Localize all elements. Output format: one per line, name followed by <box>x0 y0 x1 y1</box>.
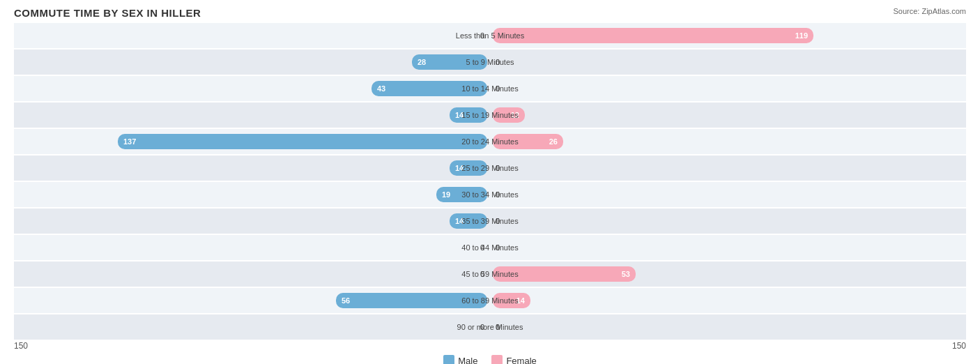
bar-male: 14 <box>450 107 487 123</box>
table-row: 4310 to 14 Minutes0 <box>14 76 966 101</box>
table-row: 1415 to 19 Minutes12 <box>14 103 966 128</box>
bar-male: 28 <box>412 54 487 70</box>
bar-female: 53 <box>493 266 636 282</box>
right-side: 0 <box>490 182 966 207</box>
bar-female-value: 12 <box>511 111 519 119</box>
bar-male-value: 14 <box>455 164 464 172</box>
chart-container: COMMUTE TIME BY SEX IN HILLER Source: Zi… <box>0 0 980 364</box>
bar-male: 19 <box>436 187 487 202</box>
table-row: 090 or more Minutes0 <box>14 314 966 340</box>
bar-female: 12 <box>493 107 525 123</box>
left-side: 14 <box>14 156 490 181</box>
legend-male-label: Male <box>458 356 477 365</box>
axis-left: 150 <box>14 341 28 351</box>
rows-area: 0Less than 5 Minutes119285 to 9 Minutes0… <box>14 23 966 340</box>
right-side: 0 <box>490 208 966 234</box>
bar-female-value: 119 <box>795 31 808 40</box>
table-row: 5660 to 89 Minutes14 <box>14 288 966 313</box>
left-side: 43 <box>14 76 490 101</box>
table-row: 040 to 44 Minutes0 <box>14 235 966 260</box>
bar-female-value: 53 <box>622 270 630 278</box>
right-side: 0 <box>490 235 966 260</box>
right-side: 0 <box>490 76 966 101</box>
bar-male-value-zero: 0 <box>480 270 484 278</box>
table-row: 0Less than 5 Minutes119 <box>14 23 966 48</box>
left-side: 28 <box>14 50 490 75</box>
axis-labels: 150 150 <box>14 341 966 351</box>
bar-male: 14 <box>450 160 487 176</box>
legend-female-label: Female <box>506 356 536 365</box>
bar-male-value: 14 <box>455 111 464 119</box>
left-side: 0 <box>14 23 490 48</box>
right-side: 0 <box>490 156 966 181</box>
bar-female-value-zero: 0 <box>496 164 500 172</box>
bar-male-value: 28 <box>418 58 426 66</box>
table-row: 285 to 9 Minutes0 <box>14 50 966 75</box>
bar-female-value: 26 <box>549 137 558 146</box>
bar-female: 26 <box>493 134 563 149</box>
right-side: 14 <box>490 288 966 313</box>
bar-female-value-zero: 0 <box>496 84 500 93</box>
bar-female: 14 <box>493 293 530 308</box>
bar-male: 56 <box>336 293 487 308</box>
right-side: 26 <box>490 129 966 154</box>
left-side: 14 <box>14 103 490 128</box>
table-row: 13720 to 24 Minutes26 <box>14 129 966 154</box>
table-row: 045 to 59 Minutes53 <box>14 261 966 287</box>
left-side: 19 <box>14 182 490 207</box>
bar-female: 119 <box>493 28 813 43</box>
legend-female-box <box>491 355 503 364</box>
bar-female-value: 14 <box>516 296 525 305</box>
bar-female-value-zero: 0 <box>496 58 500 66</box>
legend-male: Male <box>443 355 477 364</box>
right-side: 0 <box>490 314 966 340</box>
bar-male-value-zero: 0 <box>480 323 484 331</box>
left-side: 137 <box>14 129 490 154</box>
bar-male-value: 56 <box>342 296 350 305</box>
left-side: 56 <box>14 288 490 313</box>
bar-female-value-zero: 0 <box>496 217 500 225</box>
right-side: 53 <box>490 261 966 287</box>
axis-right: 150 <box>952 341 966 351</box>
source-text: Source: ZipAtlas.com <box>893 7 966 15</box>
bar-male: 137 <box>118 134 487 149</box>
legend-male-box <box>443 355 454 364</box>
right-side: 0 <box>490 50 966 75</box>
right-side: 119 <box>490 23 966 48</box>
table-row: 1435 to 39 Minutes0 <box>14 208 966 234</box>
bar-male: 14 <box>450 213 487 229</box>
legend-area: Male Female <box>14 355 966 364</box>
right-side: 12 <box>490 103 966 128</box>
table-row: 1930 to 34 Minutes0 <box>14 182 966 207</box>
left-side: 14 <box>14 208 490 234</box>
bar-male-value: 43 <box>377 84 385 93</box>
bar-male-value-zero: 0 <box>480 31 484 40</box>
bar-female-value-zero: 0 <box>496 190 500 199</box>
legend-female: Female <box>491 355 536 364</box>
bar-female-value-zero: 0 <box>496 243 500 252</box>
bar-male-value-zero: 0 <box>480 243 484 252</box>
bar-male-value: 137 <box>123 137 136 146</box>
bar-male: 43 <box>372 81 487 96</box>
chart-title: COMMUTE TIME BY SEX IN HILLER <box>14 7 966 19</box>
left-side: 0 <box>14 261 490 287</box>
bar-male-value: 19 <box>442 190 450 199</box>
left-side: 0 <box>14 314 490 340</box>
bar-female-value-zero: 0 <box>496 323 500 331</box>
bar-male-value: 14 <box>455 217 464 225</box>
left-side: 0 <box>14 235 490 260</box>
table-row: 1425 to 29 Minutes0 <box>14 156 966 181</box>
